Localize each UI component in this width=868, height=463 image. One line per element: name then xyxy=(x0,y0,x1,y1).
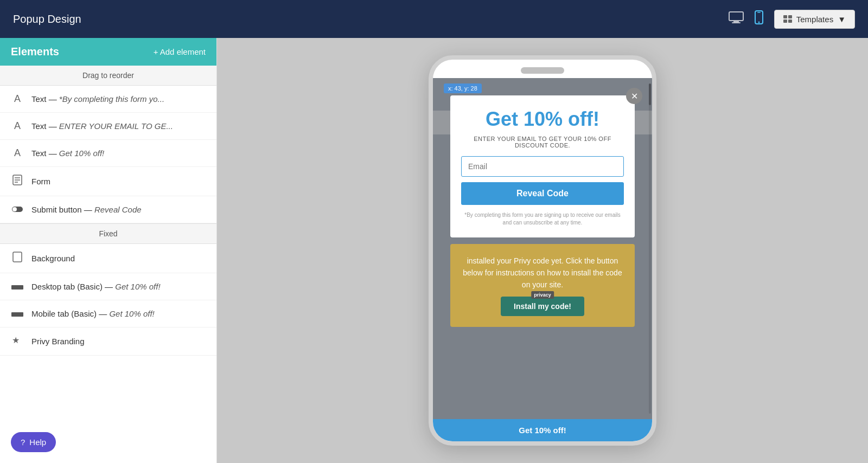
sidebar-item-text-label-3: Text — Get 10% off! xyxy=(31,149,104,158)
text-icon-3: A xyxy=(11,147,24,159)
templates-button[interactable]: Templates ▼ xyxy=(774,10,855,29)
sidebar-item-form-label: Form xyxy=(31,177,50,186)
install-code-button[interactable]: privacy Install my code! xyxy=(501,297,584,316)
popup-email-input[interactable] xyxy=(461,156,624,177)
sidebar-item-submit-label: Submit button — Reveal Code xyxy=(31,205,142,214)
svg-text:★: ★ xyxy=(12,336,20,345)
form-icon xyxy=(11,175,24,188)
install-text: installed your Privy code yet. Click the… xyxy=(461,255,624,291)
popup-close-button[interactable]: ✕ xyxy=(626,88,642,104)
help-icon: ? xyxy=(21,438,25,447)
phone-mockup: Ro... x: 43, y: 28 ✕ Get 10% off! ENTER … xyxy=(429,55,656,446)
mobile-tab-icon xyxy=(11,308,24,319)
sidebar-item-text-label-2: Text — ENTER YOUR EMAIL TO GE... xyxy=(31,121,173,131)
fixed-section-label: Fixed xyxy=(0,223,216,244)
popup-title: Get 10% off! xyxy=(461,108,624,130)
svg-rect-8 xyxy=(783,20,787,23)
mobile-icon[interactable] xyxy=(755,10,763,28)
sidebar-item-text-2[interactable]: A Text — ENTER YOUR EMAIL TO GE... xyxy=(0,113,216,140)
sidebar-item-background[interactable]: Background xyxy=(0,244,216,273)
sidebar-title: Elements xyxy=(11,46,59,58)
sidebar-item-mobile-tab[interactable]: Mobile tab (Basic) — Get 10% off! xyxy=(0,300,216,327)
popup-card: ✕ Get 10% off! ENTER YOUR EMAIL TO GET Y… xyxy=(450,95,635,237)
svg-point-4 xyxy=(758,22,760,23)
svg-point-15 xyxy=(12,207,17,211)
popup-reveal-button[interactable]: Reveal Code xyxy=(461,182,624,205)
add-element-button[interactable]: + Add element xyxy=(154,47,206,56)
coords-badge: x: 43, y: 28 xyxy=(444,83,482,93)
sidebar-item-text-label-1: Text — *By completing this form yo... xyxy=(31,94,164,104)
phone-screen: Ro... x: 43, y: 28 ✕ Get 10% off! ENTER … xyxy=(433,78,652,419)
templates-chevron: ▼ xyxy=(838,15,846,24)
privy-branding-icon: ★ xyxy=(11,335,24,348)
sidebar-item-submit[interactable]: Submit button — Reveal Code xyxy=(0,196,216,223)
sidebar-item-text-3[interactable]: A Text — Get 10% off! xyxy=(0,140,216,167)
phone-speaker xyxy=(521,67,564,74)
sidebar-item-privy-label: Privy Branding xyxy=(31,337,85,346)
header: Popup Design Templates ▼ xyxy=(0,0,868,38)
sidebar: Elements + Add element Drag to reorder A… xyxy=(0,38,217,463)
privacy-badge: privacy xyxy=(531,291,554,299)
phone-tab-bar[interactable]: Get 10% off! xyxy=(433,419,652,441)
install-btn-label: Install my code! xyxy=(514,302,571,311)
install-section: installed your Privy code yet. Click the… xyxy=(450,244,635,327)
app-title: Popup Design xyxy=(13,13,81,25)
popup-subtitle: ENTER YOUR EMAIL TO GET YOUR 10% OFF DIS… xyxy=(461,136,624,149)
sidebar-item-form[interactable]: Form xyxy=(0,167,216,196)
sidebar-item-mobile-tab-label: Mobile tab (Basic) — Get 10% off! xyxy=(31,309,155,318)
sidebar-header: Elements + Add element xyxy=(0,38,216,66)
desktop-tab-icon xyxy=(11,281,24,292)
templates-label: Templates xyxy=(796,15,833,24)
svg-rect-0 xyxy=(729,12,743,21)
header-right: Templates ▼ xyxy=(729,10,855,29)
submit-icon xyxy=(11,204,24,215)
sidebar-item-text-1[interactable]: A Text — *By completing this form yo... xyxy=(0,86,216,113)
sidebar-item-desktop-tab[interactable]: Desktop tab (Basic) — Get 10% off! xyxy=(0,273,216,300)
sidebar-item-background-label: Background xyxy=(31,254,75,263)
canvas-area: Ro... x: 43, y: 28 ✕ Get 10% off! ENTER … xyxy=(217,38,868,463)
svg-rect-6 xyxy=(783,15,787,18)
text-icon-2: A xyxy=(11,120,24,132)
svg-rect-5 xyxy=(757,12,761,13)
svg-rect-16 xyxy=(13,252,22,262)
svg-rect-9 xyxy=(788,20,792,23)
popup-overlay: x: 43, y: 28 ✕ Get 10% off! ENTER YOUR E… xyxy=(433,78,652,419)
popup-disclaimer: *By completing this form you are signing… xyxy=(461,211,624,227)
main-layout: Elements + Add element Drag to reorder A… xyxy=(0,38,868,463)
help-button[interactable]: ? Help xyxy=(11,432,56,452)
drag-to-reorder-label: Drag to reorder xyxy=(0,66,216,86)
svg-rect-1 xyxy=(733,21,739,22)
desktop-icon[interactable] xyxy=(729,11,744,27)
text-icon-1: A xyxy=(11,93,24,105)
svg-rect-18 xyxy=(11,312,23,317)
background-icon xyxy=(11,252,24,265)
sidebar-item-desktop-tab-label: Desktop tab (Basic) — Get 10% off! xyxy=(31,282,161,291)
svg-rect-7 xyxy=(788,15,792,18)
help-label: Help xyxy=(29,438,46,447)
svg-rect-17 xyxy=(11,285,23,290)
svg-rect-2 xyxy=(732,22,741,23)
sidebar-item-privy-branding[interactable]: ★ Privy Branding xyxy=(0,327,216,356)
